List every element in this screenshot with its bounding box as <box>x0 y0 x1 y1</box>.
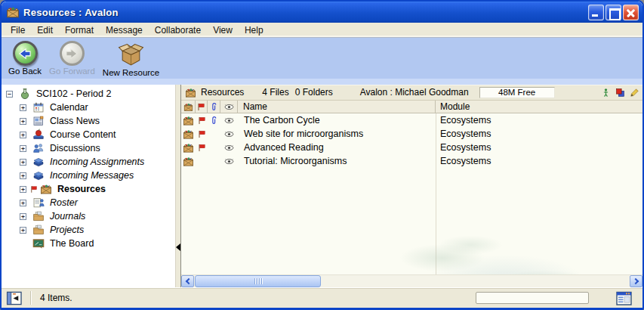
list-info-header: Resources 4 Files 0 Folders Avalon : Mic… <box>181 85 642 101</box>
horizontal-scrollbar[interactable] <box>181 274 642 287</box>
collapse-panel-arrow-icon[interactable] <box>176 243 180 251</box>
tree-item-incoming-messages[interactable]: Incoming Messages <box>2 169 175 182</box>
expand-icon[interactable] <box>20 213 26 220</box>
list-row-advanced-reading[interactable]: Advanced Reading Ecosystems <box>181 141 642 154</box>
expand-icon[interactable] <box>20 159 26 166</box>
tree-item-incoming-assignments[interactable]: Incoming Assignments <box>2 155 175 169</box>
calendar-icon <box>32 101 45 113</box>
list-row-tutorial[interactable]: Tutorial: Microorganisms Ecosystems <box>181 154 642 168</box>
eye-icon <box>224 102 234 112</box>
tree-item-label: Discussions <box>48 143 102 153</box>
crate-icon <box>185 87 196 98</box>
menu-view[interactable]: View <box>207 23 239 37</box>
scrollbar-thumb[interactable] <box>195 275 321 287</box>
go-back-button[interactable]: Go Back <box>6 40 44 76</box>
column-type[interactable] <box>181 101 196 113</box>
forward-arrow-icon <box>60 41 85 66</box>
new-resource-button[interactable]: New Resource <box>100 40 162 78</box>
menu-collaborate[interactable]: Collaborate <box>149 23 207 37</box>
expand-icon[interactable] <box>20 132 26 138</box>
tree-item-projects[interactable]: Projects <box>2 223 175 237</box>
news-icon <box>32 115 45 127</box>
panel-view-icon[interactable] <box>616 291 632 305</box>
resource-name: Advanced Reading <box>238 142 436 153</box>
expand-icon[interactable] <box>20 145 26 152</box>
pencil-icon[interactable] <box>630 88 639 98</box>
tree-item-label: SCI102 - Period 2 <box>35 88 112 99</box>
resource-list-panel: Resources 4 Files 0 Folders Avalon : Mic… <box>181 85 642 287</box>
folder-count: 0 Folders <box>295 87 333 98</box>
menu-format[interactable]: Format <box>59 23 100 37</box>
tree-item-resources[interactable]: Resources <box>2 182 175 196</box>
go-back-label: Go Back <box>8 67 42 76</box>
column-name[interactable]: Name <box>238 101 436 113</box>
column-header-row: Name Module <box>181 101 642 113</box>
maximize-button[interactable] <box>605 5 621 20</box>
flag-icon <box>197 129 207 139</box>
menu-message[interactable]: Message <box>100 23 149 37</box>
tree-item-class-news[interactable]: Class News <box>2 114 175 128</box>
expand-icon[interactable] <box>20 227 26 234</box>
tree-item-roster[interactable]: Roster <box>2 196 175 209</box>
menu-file[interactable]: File <box>5 23 31 37</box>
tree-item-course-content[interactable]: Course Content <box>2 128 175 141</box>
eye-icon <box>224 116 234 126</box>
inbox-stack-icon <box>32 156 45 168</box>
title-bar[interactable]: Resources : Avalon <box>2 2 642 23</box>
column-divider <box>436 113 436 274</box>
expand-icon[interactable] <box>20 118 26 125</box>
back-arrow-icon <box>13 41 38 66</box>
flag-icon <box>29 184 39 194</box>
inbox-stack-icon <box>32 169 45 181</box>
crate-icon <box>183 102 193 112</box>
overlap-squares-icon[interactable] <box>615 88 625 98</box>
column-flag[interactable] <box>196 101 208 113</box>
person-icon[interactable] <box>601 88 611 98</box>
tree-item-discussions[interactable]: Discussions <box>2 141 175 155</box>
status-divider <box>30 291 31 305</box>
expand-icon[interactable] <box>20 186 26 193</box>
status-field <box>476 292 589 304</box>
go-forward-button[interactable]: Go Forward <box>47 40 97 76</box>
window-title: Resources : Avalon <box>23 7 588 18</box>
crate-icon <box>183 115 194 126</box>
tree-item-calendar[interactable]: Calendar <box>2 101 175 114</box>
panel-title: Resources <box>201 87 244 98</box>
resource-name: The Carbon Cycle <box>238 115 436 126</box>
resource-module: Ecosystems <box>436 115 642 126</box>
go-forward-label: Go Forward <box>49 67 95 76</box>
tree-item-label: The Board <box>48 238 95 249</box>
toggle-panel-icon[interactable] <box>6 291 23 305</box>
list-row-carbon-cycle[interactable]: The Carbon Cycle Ecosystems <box>181 113 642 127</box>
new-resource-label: New Resource <box>103 68 159 77</box>
column-module[interactable]: Module <box>436 101 642 113</box>
scroll-left-button[interactable] <box>181 275 194 287</box>
tree-item-the-board[interactable]: The Board <box>2 237 175 250</box>
expand-icon[interactable] <box>20 200 26 206</box>
flask-icon <box>19 88 31 100</box>
column-visibility[interactable] <box>220 101 238 113</box>
tree-item-label: Incoming Messages <box>48 170 135 181</box>
toolbar-edge-strip <box>2 79 642 85</box>
panel-splitter[interactable] <box>175 85 181 287</box>
tree-item-course-root[interactable]: SCI102 - Period 2 <box>2 87 175 101</box>
menu-help[interactable]: Help <box>239 23 270 37</box>
crate-icon <box>183 156 194 167</box>
scroll-right-button[interactable] <box>630 275 642 287</box>
expand-icon[interactable] <box>20 104 26 111</box>
menu-edit[interactable]: Edit <box>31 23 59 37</box>
list-row-web-site[interactable]: Web site for microorganisms Ecosystems <box>181 127 642 141</box>
collapse-expander-icon[interactable] <box>6 91 13 98</box>
app-crate-icon <box>6 5 20 19</box>
free-space-indicator: 48M Free <box>479 87 555 98</box>
flag-icon <box>197 143 207 153</box>
minimize-button[interactable] <box>588 5 604 20</box>
tree-item-journals[interactable]: Journals <box>2 209 175 223</box>
toolbar: Go Back Go Forward New Resource <box>2 38 642 79</box>
close-button[interactable] <box>623 5 639 20</box>
resource-rows: The Carbon Cycle Ecosystems Web site for… <box>181 113 642 274</box>
expand-icon[interactable] <box>20 172 26 179</box>
tree-item-label: Journals <box>48 211 87 222</box>
column-attachment[interactable] <box>208 101 220 113</box>
folder-icon <box>32 210 45 222</box>
